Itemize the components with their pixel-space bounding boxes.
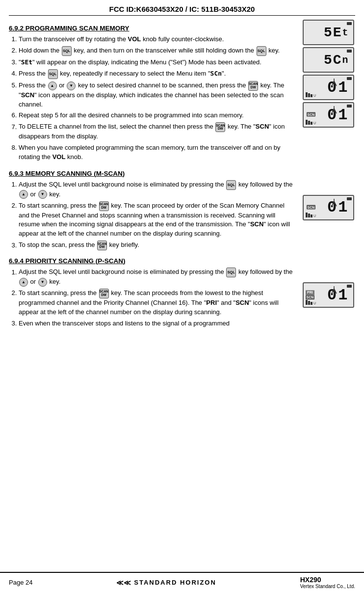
page-number: Page 24 bbox=[9, 579, 32, 586]
list-item: Even when the transceiver stops and list… bbox=[19, 319, 296, 328]
header-bar: FCC ID:K6630453X20 / IC: 511B-30453X20 bbox=[9, 5, 355, 16]
sql-key-s2: SQL bbox=[226, 180, 236, 190]
up-key-s2: ▲ bbox=[19, 190, 28, 199]
sql-bottom-icon: U bbox=[306, 90, 319, 98]
lcd-set-text: 5Et bbox=[324, 25, 349, 40]
section-6-9-4-title: 6.9.4 PRIORITY SCANNING (P-SCAN) bbox=[9, 257, 355, 265]
list-item: To start scanning, press the SCANDW key.… bbox=[19, 289, 296, 317]
corner-indicator3 bbox=[347, 77, 352, 80]
svg-rect-15 bbox=[308, 214, 310, 217]
section-6-9-3: 6.9.3 MEMORY SCANNING (M-SCAN) Adjust th… bbox=[9, 170, 355, 252]
section-6-9-2-images: 5Et 5Cn 01 U bbox=[301, 20, 355, 164]
list-item: Press the SQL key, repeatedly if necessa… bbox=[19, 69, 296, 79]
list-item: To DELETE a channel from the list, selec… bbox=[19, 122, 296, 141]
down-key-s3: ▼ bbox=[38, 278, 47, 287]
scn-badge2: SCN bbox=[307, 205, 316, 209]
list-item: Turn the transceiver off by rotating the… bbox=[19, 35, 296, 44]
svg-rect-9 bbox=[311, 122, 312, 125]
svg-rect-8 bbox=[308, 121, 310, 125]
section-6-9-4-list: Adjust the SQL level until background no… bbox=[9, 268, 296, 328]
footer-bar: Page 24 ≪≪ STANDARD HORIZON HX290 Vertex… bbox=[0, 572, 364, 592]
section-6-9-4: 6.9.4 PRIORITY SCANNING (P-SCAN) Adjust … bbox=[9, 257, 355, 330]
svg-rect-23 bbox=[311, 302, 312, 305]
section-6-9-4-content: Adjust the SQL level until background no… bbox=[9, 268, 355, 330]
list-item: Press the ▲ or ▼ key to select desired c… bbox=[19, 81, 296, 109]
list-item: To stop the scan, press the SCANDW key b… bbox=[19, 241, 296, 250]
sql-key-icon2: SQL bbox=[257, 46, 266, 56]
section-6-9-2-title: 6.9.2 PROGRAMMING SCAN MEMORY bbox=[9, 25, 296, 32]
scan-key-s3: SCANDW bbox=[99, 289, 109, 298]
section-6-9-3-content: Adjust the SQL level until background no… bbox=[9, 180, 355, 252]
lcd-set: 5Et bbox=[303, 20, 354, 45]
antenna-icon2 bbox=[331, 106, 338, 117]
list-item: Adjust the SQL level until background no… bbox=[19, 180, 296, 199]
pri-badge: PRI bbox=[306, 290, 315, 295]
section-6-9-3-text: Adjust the SQL level until background no… bbox=[9, 180, 296, 252]
lcd-ch01-no-scn: 01 U bbox=[303, 75, 354, 100]
corner-indicator5 bbox=[347, 197, 352, 200]
svg-text:U: U bbox=[313, 301, 316, 305]
svg-rect-22 bbox=[308, 301, 310, 305]
lcd-pri-scn: 01 PRI SCN U bbox=[303, 282, 354, 308]
list-item: To start scanning, press the SCANDW key.… bbox=[19, 201, 296, 239]
footer-logo: ≪≪ STANDARD HORIZON bbox=[116, 579, 216, 587]
antenna-icon3 bbox=[331, 199, 338, 210]
list-item: Adjust the SQL level until background no… bbox=[19, 268, 296, 287]
sql-key-s3: SQL bbox=[226, 268, 236, 277]
scan-dw-key: SCANDW bbox=[248, 81, 258, 91]
logo-text: STANDARD HORIZON bbox=[134, 579, 216, 586]
lcd-ch01-scn: 01 SCN U bbox=[303, 102, 354, 128]
corner-indicator6 bbox=[347, 285, 352, 288]
section-6-9-3-image: 01 SCN U bbox=[301, 180, 355, 252]
sql-key-icon: SQL bbox=[62, 46, 72, 56]
svg-text:U: U bbox=[313, 94, 316, 97]
antenna-icon4 bbox=[331, 286, 338, 297]
lcd-scn-menu-text: 5Cn bbox=[324, 53, 349, 68]
svg-rect-1 bbox=[308, 93, 310, 97]
svg-rect-0 bbox=[306, 92, 308, 97]
sql-bottom-icon4: U bbox=[306, 298, 319, 305]
corner-indicator bbox=[347, 22, 352, 25]
scn-left-icon2: SCN bbox=[307, 205, 316, 210]
antenna-icon bbox=[331, 79, 338, 90]
list-item: Hold down the SQL key, and then turn on … bbox=[19, 46, 296, 56]
list-item: Repeat step 5 for all the desired channe… bbox=[19, 111, 296, 120]
vendor-name: Vertex Standard Co., Ltd. bbox=[300, 584, 355, 589]
down-key-s2: ▼ bbox=[38, 190, 47, 199]
scan-dw-key2: SCANDW bbox=[215, 122, 225, 132]
scn-left-icon: SCN bbox=[307, 113, 316, 117]
scan-key-s2: SCANDW bbox=[99, 201, 109, 211]
section-6-9-4-image: 01 PRI SCN U bbox=[301, 268, 355, 330]
section-6-9-2-text: 6.9.2 PROGRAMMING SCAN MEMORY Turn the t… bbox=[9, 20, 296, 164]
footer-right: HX290 Vertex Standard Co., Ltd. bbox=[300, 576, 355, 589]
corner-indicator2 bbox=[347, 50, 352, 53]
svg-rect-21 bbox=[306, 300, 308, 305]
scn-badge: SCN bbox=[307, 112, 316, 117]
up-key-s3: ▲ bbox=[19, 278, 28, 287]
corner-indicator4 bbox=[347, 105, 352, 108]
lcd-scanning: 01 SCN U bbox=[303, 195, 354, 220]
sql-key-icon3: SQL bbox=[48, 69, 58, 79]
down-arrow-key: ▼ bbox=[67, 81, 76, 90]
model-name: HX290 bbox=[300, 576, 355, 584]
section-6-9-2: 6.9.2 PROGRAMMING SCAN MEMORY Turn the t… bbox=[9, 20, 355, 164]
sql-bottom-icon2: U bbox=[306, 118, 319, 125]
svg-text:U: U bbox=[313, 214, 316, 217]
svg-rect-14 bbox=[306, 213, 308, 217]
logo-chevrons: ≪≪ bbox=[116, 579, 131, 587]
lcd-scn-menu: 5Cn bbox=[303, 47, 354, 73]
list-item: "SEt" will appear on the display, indica… bbox=[19, 58, 296, 67]
svg-rect-7 bbox=[306, 120, 308, 125]
header-title: FCC ID:K6630453X20 / IC: 511B-30453X20 bbox=[109, 5, 255, 13]
svg-rect-16 bbox=[311, 215, 312, 217]
section-6-9-4-text: Adjust the SQL level until background no… bbox=[9, 268, 296, 330]
section-6-9-2-list: Turn the transceiver off by rotating the… bbox=[9, 35, 296, 162]
vol-bold: VOL bbox=[128, 35, 141, 43]
svg-rect-2 bbox=[311, 94, 312, 97]
section-6-9-3-list: Adjust the SQL level until background no… bbox=[9, 180, 296, 250]
page-container: FCC ID:K6630453X20 / IC: 511B-30453X20 6… bbox=[0, 0, 364, 592]
svg-text:U: U bbox=[313, 121, 316, 125]
scan-key-s2-stop: SCANDW bbox=[97, 241, 107, 250]
section-6-9-3-title: 6.9.3 MEMORY SCANNING (M-SCAN) bbox=[9, 170, 355, 177]
up-arrow-key: ▲ bbox=[48, 81, 57, 90]
